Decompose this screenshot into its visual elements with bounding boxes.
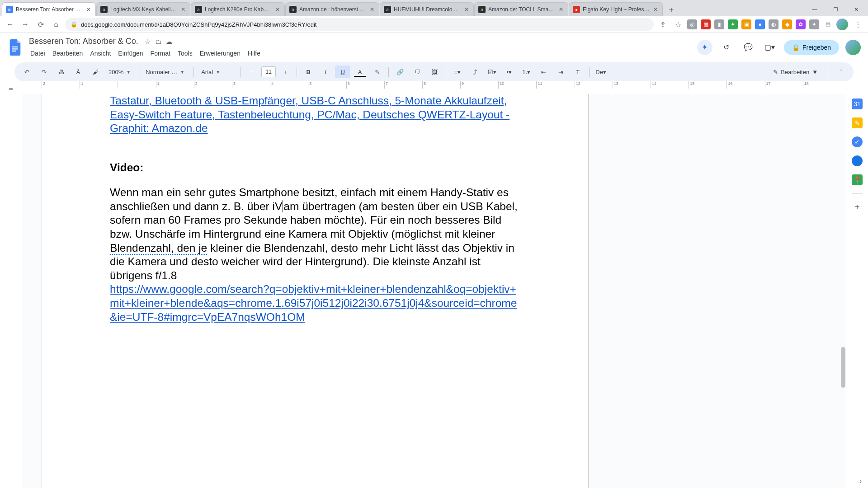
close-icon[interactable]: ✕ (180, 6, 186, 13)
close-icon[interactable]: ✕ (274, 6, 281, 13)
menu-tools[interactable]: Tools (175, 48, 196, 59)
extension-icon[interactable]: ✦ (728, 19, 738, 29)
paragraph-style-select[interactable]: Normaler …▼ (142, 66, 190, 78)
minimize-button[interactable]: — (805, 3, 825, 16)
align-button[interactable]: ≡▾ (450, 66, 465, 78)
scrollbar-thumb[interactable] (841, 347, 845, 388)
share-page-icon[interactable]: ⇪ (656, 18, 669, 31)
browser-tab[interactable]: ≡ Besseren Ton: Absorber & Co. ✕ (2, 2, 96, 16)
maximize-button[interactable]: ☐ (826, 3, 845, 16)
menu-insert[interactable]: Einfügen (115, 48, 146, 59)
bookmark-star-icon[interactable]: ☆ (672, 18, 684, 31)
add-on-plus-icon[interactable]: + (854, 202, 860, 212)
move-folder-icon[interactable]: 🗀 (155, 38, 161, 45)
input-tools-button[interactable]: De▾ (593, 66, 609, 78)
increase-indent-button[interactable]: ⇥ (553, 66, 568, 78)
close-icon[interactable]: ✕ (558, 6, 564, 13)
browser-tab[interactable]: a Logitech K280e Pro Kabelgebu ✕ (191, 2, 285, 16)
checklist-button[interactable]: ☑▾ (484, 66, 500, 78)
account-avatar[interactable] (845, 40, 861, 55)
cloud-status-icon[interactable]: ☁ (166, 38, 172, 45)
close-window-button[interactable]: ✕ (846, 3, 866, 16)
reload-button[interactable]: ⟳ (34, 18, 47, 31)
font-size-input[interactable]: 11 (261, 66, 276, 77)
document-outline-icon[interactable]: ≡ (9, 86, 13, 94)
bulleted-list-button[interactable]: •▾ (501, 66, 517, 78)
close-icon[interactable]: ✕ (652, 6, 659, 13)
browser-tab[interactable]: a Amazon.de: TOCLL Smart Tisch ✕ (474, 2, 568, 16)
comments-icon[interactable]: 💬 (741, 40, 756, 55)
menu-help[interactable]: Hilfe (245, 48, 264, 59)
content-link[interactable]: Tastatur, Bluetooth & USB-Empfänger, USB… (110, 94, 509, 134)
document-title[interactable]: Besseren Ton: Absorber & Co. (27, 36, 140, 47)
home-button[interactable]: ⌂ (50, 18, 62, 31)
extension-icon[interactable]: ◐ (769, 19, 778, 29)
browser-tab[interactable]: ● Elgato Key Light – Professionell ✕ (569, 2, 663, 16)
italic-button[interactable]: I (318, 66, 333, 78)
close-icon[interactable]: ✕ (369, 6, 375, 13)
extensions-menu-icon[interactable]: ✦ (809, 19, 819, 29)
clear-formatting-button[interactable]: T (570, 66, 585, 78)
meet-icon[interactable]: ▢▾ (762, 40, 778, 55)
back-button[interactable]: ← (4, 18, 16, 31)
decrease-indent-button[interactable]: ⇤ (536, 66, 551, 78)
underline-button[interactable]: U (335, 66, 350, 78)
menu-file[interactable]: Datei (27, 48, 48, 59)
share-button[interactable]: 🔒 Freigeben (784, 40, 839, 55)
menu-edit[interactable]: Bearbeiten (49, 48, 86, 59)
docs-logo-icon[interactable] (7, 39, 24, 56)
undo-button[interactable]: ↶ (19, 66, 34, 78)
browser-menu-icon[interactable]: ⋮ (852, 18, 864, 31)
tasks-icon[interactable]: ✓ (852, 136, 863, 147)
numbered-list-button[interactable]: 1.▾ (519, 66, 534, 78)
document-page[interactable]: Tastatur, Bluetooth & USB-Empfänger, USB… (42, 94, 589, 488)
document-canvas[interactable]: Tastatur, Bluetooth & USB-Empfänger, USB… (22, 94, 846, 488)
address-bar[interactable]: 🔒 docs.google.com/document/d/1aD8O9YcinZ… (65, 18, 654, 31)
collapse-toolbar-button[interactable]: ˄ (834, 66, 849, 78)
side-panel-icon[interactable]: ▤ (823, 19, 833, 29)
maps-icon[interactable]: 📍 (852, 174, 863, 185)
spellcheck-button[interactable]: Ă (71, 66, 86, 78)
zoom-select[interactable]: 200%▼ (105, 66, 134, 78)
extension-icon[interactable]: ◎ (687, 19, 697, 29)
close-icon[interactable]: ✕ (85, 6, 92, 13)
insert-image-button[interactable]: 🖼 (427, 66, 442, 78)
close-icon[interactable]: ✕ (463, 6, 470, 13)
menu-view[interactable]: Ansicht (87, 48, 114, 59)
extension-icon[interactable]: ▦ (701, 19, 711, 29)
forward-button[interactable]: → (19, 18, 32, 31)
extension-icon[interactable]: ✿ (796, 19, 806, 29)
contacts-icon[interactable]: 👤 (852, 155, 863, 166)
calendar-icon[interactable]: 31 (852, 99, 863, 109)
bold-button[interactable]: B (301, 66, 316, 78)
editing-mode-select[interactable]: ✎ Bearbeiten ▼ (769, 66, 822, 78)
browser-tab[interactable]: a HUEMUIHUI Dreamcolour LED St ✕ (380, 2, 474, 16)
horizontal-ruler[interactable]: 21123456789101112131415161718 (22, 81, 868, 89)
history-icon[interactable]: ↺ (719, 40, 734, 55)
highlight-color-button[interactable]: ✎ (369, 66, 385, 78)
browser-tab[interactable]: a Amazon.de : höhenverstellbare ✕ (285, 2, 379, 16)
paint-format-button[interactable]: 🖌 (88, 66, 103, 78)
menu-extensions[interactable]: Erweiterungen (197, 48, 244, 59)
increase-font-button[interactable]: + (278, 66, 293, 78)
vertical-ruler[interactable] (0, 94, 22, 488)
keep-icon[interactable]: ✎ (852, 117, 863, 128)
extension-icon[interactable]: ● (755, 19, 765, 29)
text-color-button[interactable]: A (352, 66, 368, 78)
redo-button[interactable]: ↷ (36, 66, 52, 78)
menu-format[interactable]: Format (147, 48, 174, 59)
extension-icon[interactable]: ▣ (741, 19, 751, 29)
content-link[interactable]: https://www.google.com/search?q=objektiv… (110, 283, 517, 323)
gemini-icon[interactable]: ✦ (697, 40, 712, 55)
star-icon[interactable]: ☆ (145, 38, 151, 45)
extension-icon[interactable]: ▮ (714, 19, 724, 29)
print-button[interactable]: 🖶 (53, 66, 69, 78)
browser-tab[interactable]: a Logitech MX Keys Kabellose Ta ✕ (96, 2, 190, 16)
extension-icon[interactable]: ◆ (782, 19, 792, 29)
decrease-font-button[interactable]: − (244, 66, 259, 78)
line-spacing-button[interactable]: ⇵ (467, 66, 482, 78)
insert-comment-button[interactable]: 🗨 (410, 66, 425, 78)
hide-side-panel-button[interactable]: › (859, 477, 862, 485)
insert-link-button[interactable]: 🔗 (392, 66, 408, 78)
new-tab-button[interactable]: + (665, 4, 678, 16)
